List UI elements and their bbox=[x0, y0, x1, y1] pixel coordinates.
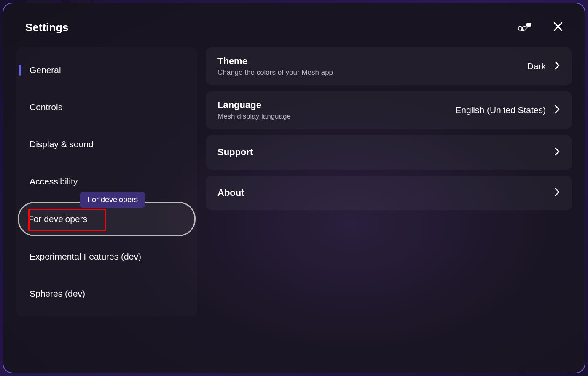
chevron-right-icon bbox=[554, 187, 560, 198]
sidebar: General Controls Display & sound Accessi… bbox=[16, 47, 197, 316]
page-title: Settings bbox=[25, 21, 69, 34]
setting-title: About bbox=[217, 187, 244, 198]
setting-desc: Change the colors of your Mesh app bbox=[217, 68, 333, 77]
setting-support[interactable]: Support bbox=[206, 135, 572, 170]
setting-right: English (United States) bbox=[455, 105, 560, 116]
setting-left: Support bbox=[217, 147, 253, 158]
sidebar-item-label: General bbox=[30, 65, 61, 75]
sidebar-item-label: Controls bbox=[30, 102, 62, 112]
sidebar-item-label: For developers bbox=[28, 214, 87, 224]
setting-right: Dark bbox=[527, 61, 560, 72]
tooltip-text: For developers bbox=[87, 195, 138, 204]
svg-point-1 bbox=[523, 27, 526, 30]
sidebar-item-spheres[interactable]: Spheres (dev) bbox=[19, 277, 194, 311]
main-panel: Theme Change the colors of your Mesh app… bbox=[206, 47, 572, 316]
setting-value: Dark bbox=[527, 61, 546, 71]
sidebar-item-general[interactable]: General bbox=[19, 53, 194, 87]
setting-value: English (United States) bbox=[455, 105, 546, 115]
chevron-right-icon bbox=[554, 105, 560, 116]
sidebar-item-for-developers[interactable]: For developers For developers bbox=[18, 202, 196, 236]
settings-window: Settings General bbox=[3, 3, 585, 373]
close-icon[interactable] bbox=[553, 21, 564, 34]
sidebar-item-experimental-features[interactable]: Experimental Features (dev) bbox=[19, 240, 194, 273]
sidebar-item-label: Spheres (dev) bbox=[30, 289, 85, 299]
header: Settings bbox=[3, 3, 585, 47]
setting-desc: Mesh display language bbox=[217, 112, 291, 121]
setting-right bbox=[554, 187, 560, 198]
setting-left: About bbox=[217, 187, 244, 198]
sidebar-item-label: Accessibility bbox=[30, 176, 78, 187]
setting-title: Language bbox=[217, 100, 291, 111]
setting-left: Theme Change the colors of your Mesh app bbox=[217, 56, 333, 77]
header-actions bbox=[517, 20, 564, 35]
setting-title: Support bbox=[217, 147, 253, 158]
content: General Controls Display & sound Accessi… bbox=[3, 47, 585, 316]
sidebar-item-label: Experimental Features (dev) bbox=[30, 252, 141, 262]
feedback-icon[interactable] bbox=[517, 20, 532, 35]
setting-language[interactable]: Language Mesh display language English (… bbox=[206, 91, 572, 129]
setting-right bbox=[554, 147, 560, 158]
sidebar-item-display-sound[interactable]: Display & sound bbox=[19, 127, 194, 161]
setting-title: Theme bbox=[217, 56, 333, 67]
svg-point-0 bbox=[518, 27, 522, 30]
chevron-right-icon bbox=[554, 61, 560, 72]
setting-about[interactable]: About bbox=[206, 176, 572, 210]
setting-left: Language Mesh display language bbox=[217, 100, 291, 121]
sidebar-item-controls[interactable]: Controls bbox=[19, 90, 194, 124]
tooltip: For developers bbox=[80, 192, 145, 208]
sidebar-item-label: Display & sound bbox=[30, 139, 94, 149]
chevron-right-icon bbox=[554, 147, 560, 158]
setting-theme[interactable]: Theme Change the colors of your Mesh app… bbox=[206, 47, 572, 85]
